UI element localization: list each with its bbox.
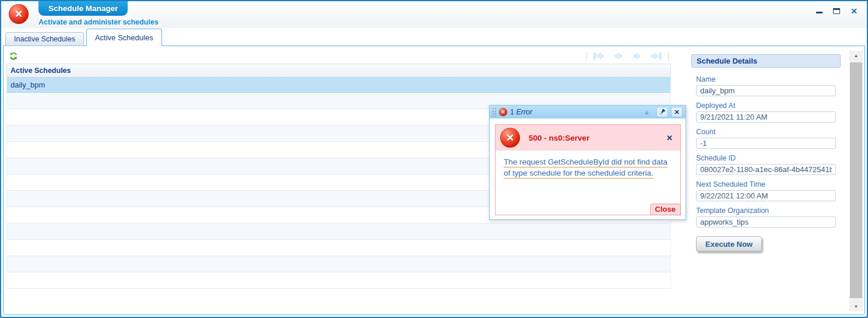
error-popup: 1 Error 500 - ns0:Server bbox=[489, 105, 686, 220]
toolbar-separator bbox=[668, 52, 669, 61]
error-badge-icon bbox=[499, 108, 507, 116]
app-error-icon bbox=[9, 4, 29, 24]
page-title: Schedule Manager bbox=[38, 1, 128, 16]
template-organization-field[interactable] bbox=[696, 216, 836, 228]
minimize-icon bbox=[816, 12, 823, 13]
drag-grip-icon[interactable] bbox=[493, 108, 496, 117]
scroll-down-icon[interactable] bbox=[849, 302, 863, 311]
vertical-scrollbar[interactable] bbox=[849, 51, 863, 311]
prev-page-icon bbox=[613, 51, 623, 61]
last-page-button[interactable] bbox=[649, 51, 664, 61]
maximize-button[interactable] bbox=[832, 6, 841, 15]
pin-button[interactable] bbox=[656, 107, 668, 117]
field-name: Name bbox=[696, 75, 841, 96]
column-header-active-schedules[interactable]: Active Schedules bbox=[6, 64, 671, 78]
title-bar: Schedule Manager Activate and administer… bbox=[1, 1, 867, 28]
table-row-empty[interactable] bbox=[6, 256, 671, 272]
next-page-button[interactable] bbox=[630, 51, 645, 61]
table-row-empty[interactable] bbox=[6, 223, 671, 240]
next-scheduled-time-label: Next Scheduled Time bbox=[696, 180, 841, 188]
minimize-button[interactable] bbox=[814, 6, 824, 15]
popup-close-button[interactable] bbox=[671, 107, 683, 117]
error-title: 500 - ns0:Server bbox=[529, 134, 666, 142]
error-word: Error bbox=[516, 108, 532, 116]
last-page-icon bbox=[651, 51, 662, 61]
error-close-button[interactable]: Close bbox=[650, 204, 681, 215]
schedule-manager-window: Schedule Manager Activate and administer… bbox=[0, 0, 868, 318]
scrollbar-thumb[interactable] bbox=[850, 62, 862, 298]
field-schedule-id: Schedule ID bbox=[696, 154, 841, 175]
deployed-at-field[interactable] bbox=[696, 111, 836, 123]
grid-toolbar bbox=[6, 49, 671, 64]
error-message-text[interactable]: The request GetScheduleById did not find… bbox=[504, 158, 667, 179]
schedule-id-label: Schedule ID bbox=[696, 154, 841, 162]
table-row-empty[interactable] bbox=[6, 272, 671, 289]
name-field[interactable] bbox=[696, 85, 836, 96]
tab-active-schedules[interactable]: Active Schedules bbox=[86, 29, 162, 46]
window-controls bbox=[814, 6, 859, 15]
count-field[interactable] bbox=[696, 138, 836, 149]
table-row-empty[interactable] bbox=[6, 240, 671, 256]
pin-icon bbox=[659, 109, 666, 116]
first-page-button[interactable] bbox=[591, 51, 606, 61]
tab-inactive-schedules[interactable]: Inactive Schedules bbox=[5, 32, 84, 46]
toolbar-separator bbox=[586, 52, 587, 61]
first-page-icon bbox=[593, 51, 605, 61]
page-subtitle: Activate and administer schedules bbox=[38, 18, 159, 26]
error-dismiss-icon[interactable] bbox=[666, 132, 673, 143]
schedule-details-title: Schedule Details bbox=[691, 54, 841, 68]
tab-strip: Inactive Schedules Active Schedules bbox=[5, 28, 162, 46]
error-popup-header[interactable]: 1 Error bbox=[490, 106, 686, 118]
maximize-icon bbox=[833, 8, 840, 14]
count-label: Count bbox=[696, 128, 841, 136]
error-popup-title: 1 Error bbox=[510, 108, 641, 116]
error-title-band: 500 - ns0:Server bbox=[496, 125, 680, 151]
prev-page-button[interactable] bbox=[610, 51, 625, 61]
schedule-id-field[interactable] bbox=[696, 164, 836, 175]
field-template-organization: Template Organization bbox=[696, 207, 841, 228]
details-fields: Name Deployed At Count Schedule ID Next … bbox=[696, 75, 841, 228]
close-window-button[interactable] bbox=[849, 6, 859, 15]
content-panel: Active Schedules daily_bpm Schedule Deta… bbox=[3, 46, 865, 315]
next-scheduled-time-field[interactable] bbox=[696, 190, 836, 201]
scroll-up-icon[interactable] bbox=[849, 51, 863, 60]
error-icon bbox=[500, 128, 520, 148]
field-next-scheduled-time: Next Scheduled Time bbox=[696, 180, 841, 201]
field-deployed-at: Deployed At bbox=[696, 102, 841, 123]
error-count: 1 bbox=[510, 108, 514, 116]
field-count: Count bbox=[696, 128, 841, 149]
table-row-daily-bpm[interactable]: daily_bpm bbox=[6, 78, 671, 93]
name-label: Name bbox=[696, 75, 841, 83]
collapse-icon[interactable] bbox=[644, 109, 650, 116]
execute-now-button[interactable]: Execute Now bbox=[696, 236, 762, 251]
paging-toolbar bbox=[586, 51, 669, 61]
refresh-icon bbox=[9, 51, 18, 61]
refresh-button[interactable] bbox=[8, 50, 19, 62]
error-message-box: 500 - ns0:Server The request GetSchedule… bbox=[495, 124, 681, 215]
deployed-at-label: Deployed At bbox=[696, 102, 841, 110]
schedule-details-panel: Schedule Details Name Deployed At Count … bbox=[691, 54, 841, 251]
template-organization-label: Template Organization bbox=[696, 207, 841, 215]
error-message: The request GetScheduleById did not find… bbox=[504, 156, 674, 179]
next-page-icon bbox=[632, 51, 642, 61]
